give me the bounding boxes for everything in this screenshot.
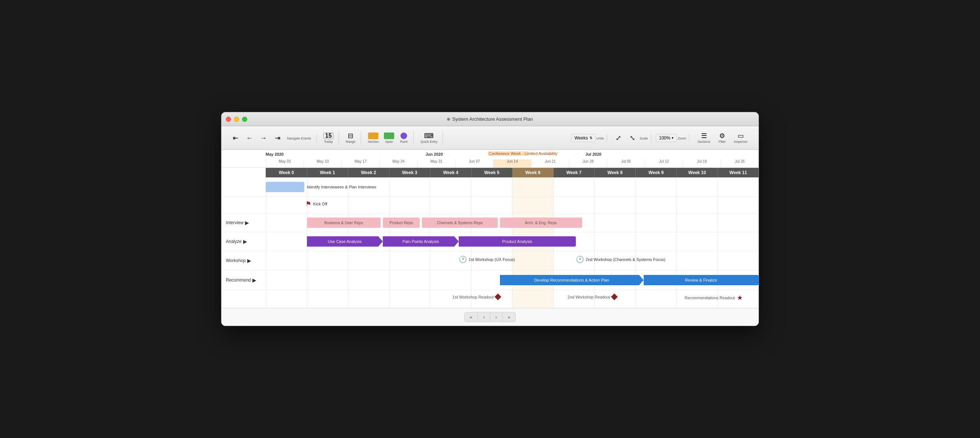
workshop-arrow-icon: ▶ [247,258,251,263]
date-col-jun14: Jun 14 [493,159,531,167]
week-2: Week 2 [348,168,389,178]
date-col-may24: May 24 [379,159,417,167]
quick-entry-icon: ⌨ [424,133,434,139]
milestone-2-label: 2nd Workshop Readout [568,295,610,299]
week-0: Week 0 [266,168,307,178]
today-button[interactable]: 15 Today [321,131,336,145]
navigate-forward-button[interactable]: → [257,133,270,143]
navigate-back-icon: ← [246,135,253,141]
point-tool-button[interactable]: Point [397,131,410,145]
section-tool-icon [368,133,379,139]
navigate-label: Navigate Events [287,136,311,140]
tools-group: Section Span Point [363,131,414,145]
workshop-label-text: Workshop [226,258,246,263]
minimize-button[interactable] [234,117,239,122]
date-col-jun21: Jun 21 [531,159,569,167]
quick-entry-group: ⌨ Quick Entry [415,131,443,145]
week-5: Week 5 [471,168,512,178]
analyze-row-content: Use Case Analysis Pain Points Analysis P… [266,232,759,251]
today-icon: 15 [323,133,334,139]
filter-button[interactable]: ⚙ Filter [715,131,729,145]
week-header-spacer [221,168,266,178]
nav-first-button[interactable]: « [465,313,478,322]
sections-label: Sections [697,140,710,144]
analyze-row-label: Analyze ▶ [221,238,266,244]
analyze-arrow-icon: ▶ [243,238,247,244]
week-4: Week 4 [430,168,471,178]
workshop-2-task: 🕐 2nd Workshop (Channels & Systems Focus… [576,256,665,263]
navigate-last-button[interactable]: ⇥ [271,133,284,143]
quick-entry-button[interactable]: ⌨ Quick Entry [418,131,440,145]
week-8: Week 8 [594,168,636,178]
milestone-3: Recommendations Readout ★ [684,294,742,302]
close-button[interactable] [226,117,231,122]
kickoff-row-content: ⚑ Kick Off [266,197,759,213]
milestones-row-content: 1st Workshop Readout 2nd Workshop Readou… [266,290,759,308]
span-tool-label: Span [385,140,393,144]
traffic-lights [226,117,247,122]
range-label: Range [345,140,356,144]
window-title: System Architecture Assessment Plan [447,116,533,122]
analyze-label-text: Analyze [226,239,242,244]
date-col-jul12: Jul 12 [645,159,682,167]
date-col-jun28: Jun 28 [569,159,607,167]
span-tool-button[interactable]: Span [382,131,396,145]
zoom-value: 100% [659,135,671,141]
milestone-1: 1st Workshop Readout [452,294,500,299]
range-icon: ⊟ [348,133,353,139]
date-col-may31: May 31 [417,159,455,167]
nav-next-button[interactable]: › [490,313,503,322]
milestone-2: 2nd Workshop Readout [568,294,617,299]
units-select[interactable]: Weeks ⇅ [571,134,595,142]
milestone-3-label: Recommendations Readout [684,295,735,300]
section-tool-button[interactable]: Section [366,131,381,145]
nav-prev-button[interactable]: ‹ [478,313,490,322]
recommend-row-label: Recommend ▶ [221,277,266,283]
units-label: Units [597,136,604,140]
interview-label-text: Interview [226,220,243,225]
zoom-select[interactable]: 100% ▾ [656,134,677,142]
navigate-group: ⇤ ← → ⇥ Navigate Events [226,133,317,143]
date-col-may17: May 17 [342,159,379,167]
milestones-row: 1st Workshop Readout 2nd Workshop Readou… [221,290,759,308]
scale-actual-icon: ⤡ [630,135,635,141]
week-9: Week 9 [636,168,677,178]
interview-bar-2: Product Reps [383,217,420,228]
today-group: 15 Today [318,131,339,145]
analyze-row: Analyze ▶ [221,232,759,251]
maximize-button[interactable] [242,117,247,122]
workshop-1-task: 🕐 1st Workshop (UX Focus) [459,256,515,263]
workshop-1-label: 1st Workshop (UX Focus) [469,257,515,262]
kickoff-grid [266,197,759,213]
scale-actual-button[interactable]: ⤡ [625,133,639,143]
analyze-bar-2: Pain Points Analysis [383,236,459,247]
date-col-jul19: Jul 19 [682,159,721,167]
clock-1-icon: 🕐 [459,256,467,263]
interview-bar-4: Arch. & Eng. Reps [500,217,582,228]
date-col-may03: May 03 [266,159,304,167]
scale-label: Scale [640,136,648,140]
inspector-label: Inspector [734,140,748,144]
sections-button[interactable]: ☰ Sections [694,131,714,145]
nav-last-button[interactable]: » [503,313,515,322]
star-icon: ★ [737,294,743,302]
date-col-may10: May 10 [304,159,342,167]
inspector-button[interactable]: ▭ Inspector [730,131,751,145]
workshop-2-label: 2nd Workshop (Channels & Systems Focus) [586,257,665,262]
point-tool-icon [401,133,407,139]
interview-bar-3: Channels & Systems Reps [422,217,498,228]
recommend-row: Recommend ▶ [221,271,759,290]
filter-label: Filter [718,140,726,144]
range-button[interactable]: ⊟ Range [344,131,358,145]
month-jun-label: Jun 2020 [426,152,443,156]
conference-label: Conference Week - Limited Availability [488,151,557,156]
workshop-row-label: Workshop ▶ [221,258,266,263]
scale-fit-button[interactable]: ⤢ [612,133,625,143]
week-3: Week 3 [389,168,430,178]
navigate-first-button[interactable]: ⇤ [229,133,242,143]
week-1: Week 1 [307,168,348,178]
interview-row-label: Interview ▶ [221,220,266,225]
kickoff-milestone: ⚑ Kick Off [305,200,327,208]
filter-icon: ⚙ [719,133,725,139]
navigate-back-button[interactable]: ← [243,133,256,143]
